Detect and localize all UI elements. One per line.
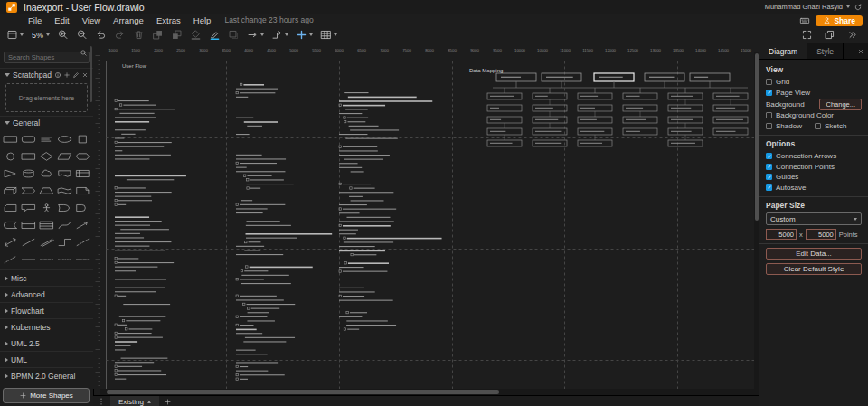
- user-menu[interactable]: Muhammad Ghazi Rasyid: [765, 3, 843, 11]
- arrow-style-icon[interactable]: [244, 28, 267, 42]
- checkbox-box[interactable]: [766, 90, 772, 96]
- add-scratchpad-icon[interactable]: [63, 71, 71, 79]
- checkbox-box[interactable]: [766, 112, 772, 118]
- zoom-in-icon[interactable]: [54, 28, 71, 42]
- close-panel-button[interactable]: [857, 43, 868, 59]
- user-menu-caret-icon[interactable]: [846, 5, 850, 8]
- to-front-icon[interactable]: [149, 28, 166, 42]
- checkbox-box[interactable]: [766, 123, 772, 129]
- checkbox-box[interactable]: [766, 164, 772, 170]
- shape-cube[interactable]: [2, 182, 20, 199]
- keyboard-shortcuts-icon[interactable]: [799, 15, 810, 26]
- shape-actor[interactable]: [38, 199, 56, 216]
- shape-diamond[interactable]: [38, 147, 56, 165]
- shape-horizontal-dotted-line[interactable]: [55, 250, 73, 268]
- canvas-horizontal-scrollbar[interactable]: [100, 389, 760, 395]
- shape-line[interactable]: [20, 233, 38, 250]
- tab-diagram[interactable]: Diagram: [760, 43, 807, 59]
- redo-icon[interactable]: [111, 28, 128, 42]
- shape-card[interactable]: [2, 199, 20, 216]
- shape-internal-storage[interactable]: [73, 165, 91, 182]
- shape-container[interactable]: [20, 216, 38, 233]
- checkbox-box[interactable]: [766, 174, 772, 180]
- to-back-icon[interactable]: [168, 28, 185, 42]
- shape-and[interactable]: [73, 199, 91, 216]
- shape-cylinder[interactable]: [20, 165, 38, 182]
- shape-link-edge[interactable]: [38, 233, 56, 250]
- shape-square[interactable]: [73, 130, 91, 147]
- more-shapes-button[interactable]: More Shapes: [3, 388, 90, 403]
- change-background-button[interactable]: Change...: [819, 99, 862, 110]
- sidebar-section-uml-2-5[interactable]: UML 2.5: [0, 335, 93, 351]
- shape-trapezoid[interactable]: [38, 182, 56, 199]
- menu-arrange[interactable]: Arrange: [107, 15, 150, 25]
- menu-edit[interactable]: Edit: [48, 15, 75, 25]
- close-scratchpad-icon[interactable]: [81, 71, 89, 79]
- shape-rounded-rectangle[interactable]: [20, 130, 38, 147]
- shape-arrow[interactable]: [73, 216, 91, 233]
- zoom-out-icon[interactable]: [73, 28, 90, 42]
- restore-icon[interactable]: [821, 28, 838, 42]
- scrollbar-thumb[interactable]: [107, 390, 499, 394]
- help-icon[interactable]: [54, 71, 61, 79]
- shape-horizontal-line[interactable]: [20, 250, 38, 268]
- shape-or[interactable]: [55, 199, 73, 216]
- shape-process[interactable]: [20, 147, 38, 165]
- add-page-icon[interactable]: [164, 398, 172, 406]
- insert-icon[interactable]: [293, 28, 316, 42]
- shape-document[interactable]: [55, 165, 73, 182]
- waypoints-icon[interactable]: [269, 28, 291, 42]
- menu-extras[interactable]: Extras: [150, 15, 187, 25]
- checkbox-box[interactable]: [815, 123, 821, 129]
- shadow-icon[interactable]: [225, 28, 242, 42]
- pages-menu-icon[interactable]: [97, 397, 106, 406]
- sidebar-section-flowchart[interactable]: Flowchart: [0, 302, 93, 318]
- shape-horizontal-dash-dot-line[interactable]: [73, 250, 91, 268]
- paper-width-input[interactable]: [766, 229, 797, 240]
- shape-note[interactable]: [73, 182, 91, 199]
- fill-color-icon[interactable]: [187, 28, 204, 42]
- menu-file[interactable]: File: [22, 15, 48, 25]
- sidebar-section-bpmn-2-0-general[interactable]: BPMN 2.0 General: [0, 367, 93, 383]
- menu-view[interactable]: View: [76, 15, 107, 25]
- page-tab-existing[interactable]: Existing: [110, 396, 159, 406]
- checkbox-background-color[interactable]: Background Color: [766, 110, 862, 121]
- shape-tape[interactable]: [55, 182, 73, 199]
- shape-dotted-line[interactable]: [2, 250, 20, 268]
- clear-default-style-button[interactable]: Clear Default Style: [766, 263, 862, 275]
- shape-callout[interactable]: [20, 199, 38, 216]
- checkbox-sketch[interactable]: Sketch: [815, 121, 846, 132]
- shape-rectangle[interactable]: [2, 130, 20, 147]
- checkbox-grid[interactable]: Grid: [766, 77, 862, 88]
- sidebar-section-misc[interactable]: Misc: [0, 269, 93, 286]
- shape-elbow-edge[interactable]: [55, 233, 73, 250]
- diagram-canvas[interactable]: User Flow Data Mapping: [100, 52, 760, 389]
- shape-parallelogram[interactable]: [55, 147, 73, 165]
- sync-icon[interactable]: [854, 3, 863, 12]
- share-button[interactable]: Share: [816, 15, 863, 26]
- paper-height-input[interactable]: [806, 229, 836, 240]
- table-icon[interactable]: [317, 28, 340, 42]
- checkbox-box[interactable]: [766, 184, 772, 191]
- shape-step[interactable]: [20, 182, 38, 199]
- sidebar-section-uml[interactable]: UML: [0, 351, 93, 367]
- shape-triangle[interactable]: [2, 165, 20, 182]
- menu-help[interactable]: Help: [187, 15, 218, 25]
- checkbox-autosave[interactable]: Autosave: [766, 183, 862, 194]
- checkbox-guides[interactable]: Guides: [766, 172, 862, 183]
- shape-cloud[interactable]: [38, 165, 56, 182]
- paper-size-select[interactable]: Custom: [766, 212, 862, 225]
- shape-data-storage[interactable]: [2, 216, 20, 233]
- checkbox-box[interactable]: [766, 79, 772, 85]
- collapse-panel-icon[interactable]: [844, 28, 861, 42]
- checkbox-shadow[interactable]: Shadow: [766, 121, 802, 132]
- undo-icon[interactable]: [92, 28, 109, 42]
- fullscreen-icon[interactable]: [798, 28, 816, 42]
- checkbox-connection-points[interactable]: Connection Points: [766, 162, 862, 173]
- shape-bidirectional-arrow[interactable]: [2, 233, 20, 250]
- sidebar-section-advanced[interactable]: Advanced: [0, 286, 93, 302]
- shape-text[interactable]: [38, 130, 56, 147]
- line-color-icon[interactable]: [206, 28, 223, 42]
- shape-curve[interactable]: [55, 216, 73, 233]
- scratchpad-drop-zone[interactable]: Drag elements here: [5, 83, 88, 112]
